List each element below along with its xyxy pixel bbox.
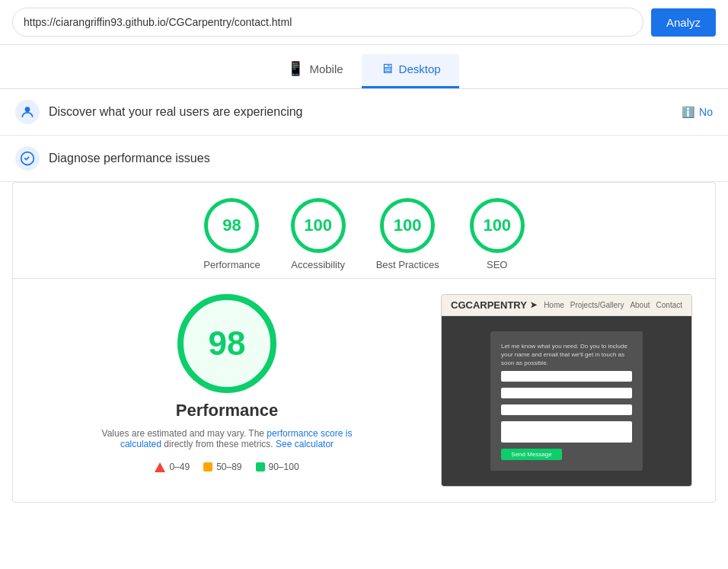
tabs-bar: 📱 Mobile 🖥 Desktop <box>0 45 728 89</box>
score-circle: 98 <box>204 198 259 253</box>
real-users-title: Discover what your real users are experi… <box>49 105 302 119</box>
big-score-circle: 98 <box>177 294 276 393</box>
form-field-address <box>501 371 632 382</box>
form-description: Let me know what you need. Do you to inc… <box>501 342 632 368</box>
legend-range: 90–100 <box>269 462 299 472</box>
screenshot-nav-item: Contact <box>656 301 682 309</box>
score-label: Accessibility <box>291 259 345 270</box>
diagnose-title: Diagnose performance issues <box>49 152 210 165</box>
score-note-text: Values are estimated and may vary. The <box>102 428 267 439</box>
scores-panel: 98 Performance 100 Accessibility 100 Bes… <box>12 182 716 503</box>
real-users-right-text: No <box>699 106 713 118</box>
brand-arrow: ➤ <box>530 300 537 310</box>
tab-desktop[interactable]: 🖥 Desktop <box>362 54 459 88</box>
detail-right: CGCARPENTRY ➤ HomeProjects/GalleryAboutC… <box>441 294 692 487</box>
url-input[interactable] <box>12 8 643 37</box>
big-score-value: 98 <box>209 324 246 363</box>
legend-range: 0–49 <box>169 462 190 472</box>
detail-left: 98 Performance Values are estimated and … <box>36 294 418 472</box>
score-note: Values are estimated and may vary. The p… <box>82 428 372 449</box>
svg-point-0 <box>25 107 30 112</box>
real-users-right[interactable]: ℹ️ No <box>682 106 713 118</box>
score-label: Performance <box>203 259 260 270</box>
top-bar: Analyz <box>0 0 728 45</box>
legend-row: 0–4950–8990–100 <box>155 462 299 472</box>
score-circle: 100 <box>291 198 346 253</box>
see-calculator-link[interactable]: See calculator <box>276 439 334 449</box>
legend-item: 0–49 <box>155 462 190 472</box>
tab-mobile-label: Mobile <box>309 62 343 75</box>
screenshot-nav-item: Projects/Gallery <box>570 301 624 309</box>
legend-item: 50–89 <box>203 462 241 472</box>
form-field-subject <box>501 404 632 415</box>
score-item: 100 SEO <box>470 198 525 270</box>
legend-icon-square <box>256 462 265 472</box>
screenshot-brand: CGCARPENTRY ➤ <box>451 299 537 311</box>
screenshot-body: Let me know what you need. Do you to inc… <box>442 316 691 486</box>
legend-icon-square <box>203 462 212 472</box>
screenshot-header: CGCARPENTRY ➤ HomeProjects/GalleryAboutC… <box>442 295 691 316</box>
mobile-icon: 📱 <box>287 60 304 77</box>
score-label: Best Practices <box>376 259 439 270</box>
screenshot-nav-item: Home <box>544 301 564 309</box>
desktop-icon: 🖥 <box>380 61 394 77</box>
legend-range: 50–89 <box>216 462 241 472</box>
detail-section: 98 Performance Values are estimated and … <box>13 279 715 502</box>
form-field-email <box>501 388 632 398</box>
diagnose-banner: Diagnose performance issues <box>0 136 728 182</box>
score-note-text2: directly from these metrics. <box>161 439 276 449</box>
diagnose-icon <box>15 146 40 171</box>
screenshot-nav-item: About <box>630 301 650 309</box>
real-users-icon <box>15 100 40 124</box>
analyze-button[interactable]: Analyz <box>651 8 716 37</box>
screenshot-container: CGCARPENTRY ➤ HomeProjects/GalleryAboutC… <box>441 294 692 487</box>
score-item: 100 Best Practices <box>376 198 439 270</box>
screenshot-nav: HomeProjects/GalleryAboutContact <box>544 301 682 309</box>
score-circle: 100 <box>470 198 525 253</box>
legend-item: 90–100 <box>256 462 299 472</box>
contact-form-mockup: Let me know what you need. Do you to inc… <box>490 331 643 471</box>
score-item: 98 Performance <box>203 198 260 270</box>
big-score-title: Performance <box>176 401 279 420</box>
tab-mobile[interactable]: 📱 Mobile <box>269 54 361 88</box>
info-icon: ℹ️ <box>682 106 694 118</box>
scores-row: 98 Performance 100 Accessibility 100 Bes… <box>13 183 715 278</box>
score-circle: 100 <box>380 198 435 253</box>
form-field-message <box>501 421 632 443</box>
legend-icon-triangle <box>155 462 165 472</box>
form-submit-btn: Send Message <box>501 449 562 460</box>
real-users-banner: Discover what your real users are experi… <box>0 89 728 136</box>
score-item: 100 Accessibility <box>291 198 346 270</box>
score-label: SEO <box>487 259 507 270</box>
tab-desktop-label: Desktop <box>399 62 441 75</box>
